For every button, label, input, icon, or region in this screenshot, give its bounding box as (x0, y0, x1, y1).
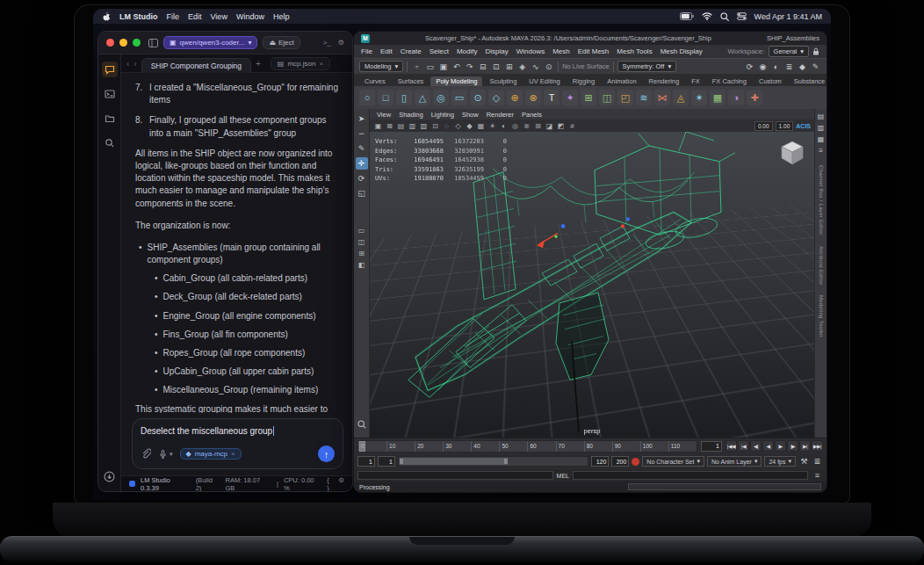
move-tool[interactable]: ✛ (356, 157, 368, 170)
mel-toggle[interactable]: MEL (557, 473, 569, 479)
live-surface-status[interactable]: No Live Surface (562, 62, 609, 70)
animation-preferences-icon[interactable]: ≣ (812, 456, 823, 467)
target-weld-icon[interactable]: ✶ (691, 90, 707, 105)
type-tool-icon[interactable]: T (544, 90, 559, 105)
current-frame-field[interactable]: 1 (701, 441, 722, 452)
timeline-tick[interactable]: 80 (584, 441, 612, 452)
nav-back-icon[interactable]: ‹ (126, 59, 129, 69)
smooth-icon[interactable]: ✚ (747, 90, 762, 105)
maya-menu-item[interactable]: Mesh (552, 47, 570, 55)
mcp-plugin-chip[interactable]: ◆ maya-mcp × (180, 448, 242, 460)
nav-forward-icon[interactable]: › (134, 59, 136, 69)
select-tool[interactable]: ➤ (356, 112, 368, 125)
menubar-menu-item[interactable]: View (211, 12, 227, 21)
settings-icon[interactable]: ⚙ (338, 476, 344, 492)
poly-sphere-icon[interactable]: ○ (359, 90, 375, 105)
ambient-occlusion-icon[interactable]: ◎ (510, 122, 520, 130)
panel-menu-item[interactable]: Panels (522, 111, 542, 119)
character-set-selector[interactable]: No Character Set ▾ (642, 456, 704, 467)
shelf-tab[interactable]: Surfaces (393, 76, 430, 86)
platonic-solid-icon[interactable]: ◇ (488, 90, 504, 105)
shelf-tab[interactable]: UV Editing (523, 76, 565, 86)
shadows-icon[interactable]: ◐ (499, 122, 509, 130)
mirror-icon[interactable]: ◑ (728, 90, 744, 105)
undo-icon[interactable]: ↶ (451, 61, 462, 72)
move-manipulator[interactable] (537, 224, 565, 248)
open-scene-icon[interactable]: ▭ (424, 61, 436, 72)
chat-composer[interactable]: Deselect the miscellaneous group ▾ (132, 418, 343, 469)
timeline-tick[interactable]: 50 (499, 441, 527, 452)
anim-layer-selector[interactable]: No Anim Layer ▾ (707, 456, 762, 467)
snap-to-curve-icon[interactable]: ∿ (530, 61, 541, 72)
bridge-icon[interactable]: ⋈ (654, 90, 670, 105)
layout-single-pane-button[interactable]: ▭ (356, 226, 367, 235)
shelf-tab[interactable]: Rendering (644, 76, 685, 86)
panel-menu-item[interactable]: View (377, 111, 391, 119)
tab-mcp-json[interactable]: ▤ mcp.json × (271, 57, 330, 70)
timeline-tick[interactable]: 10 (386, 441, 415, 452)
shelf-tab[interactable]: Substance (789, 76, 827, 86)
maya-menu-item[interactable]: Create (401, 47, 422, 55)
lasso-tool[interactable]: ∽ (356, 127, 368, 140)
shaded-icon[interactable]: ◆ (465, 122, 474, 130)
select-by-object-icon[interactable]: ⊡ (490, 61, 502, 72)
workspace-selector[interactable]: General ▾ (769, 46, 809, 57)
preferences-icon[interactable]: ⚒ (798, 456, 810, 467)
shelf-tab[interactable]: Sculpting (484, 76, 522, 86)
paint-select-tool[interactable]: ✎ (356, 142, 368, 155)
zoom-tool-icon[interactable] (357, 420, 366, 429)
gamma-field[interactable]: 1.00 (776, 121, 794, 131)
sidebar-item-chat[interactable] (102, 62, 118, 77)
textured-icon[interactable]: ▦ (476, 122, 486, 130)
timeline-tick[interactable]: 110 (668, 441, 697, 452)
camera-attributes-icon[interactable]: ▤ (396, 122, 406, 130)
symmetry-selector[interactable]: Symmetry: Off ▾ (617, 61, 677, 72)
apple-menu-icon[interactable] (102, 11, 111, 22)
attribute-editor-icon[interactable]: ▦ (818, 135, 825, 143)
new-scene-icon[interactable]: ▫ (411, 61, 422, 72)
attach-file-icon[interactable] (141, 448, 151, 460)
menubar-menu-item[interactable]: Help (273, 12, 290, 21)
combine-icon[interactable]: ⊞ (581, 90, 596, 105)
channel-box-icon[interactable]: ▤ (818, 112, 825, 120)
select-by-component-icon[interactable]: ⊞ (503, 61, 515, 72)
panel-menu-item[interactable]: Show (462, 111, 479, 119)
wireframe-icon[interactable]: ◇ (453, 122, 463, 130)
poly-cube-icon[interactable]: □ (378, 90, 393, 105)
scale-tool[interactable]: ◱ (356, 187, 368, 199)
shelf-tab-poly-modeling[interactable]: Poly Modeling (430, 76, 482, 86)
layout-persp-outliner-button[interactable]: ◧ (356, 260, 367, 269)
downloads-icon[interactable] (102, 468, 118, 484)
menubar-menu-item[interactable]: File (167, 12, 180, 21)
timeline-tick[interactable]: 60 (527, 441, 555, 452)
spotlight-search-icon[interactable] (720, 12, 729, 21)
paint-effects-icon[interactable]: ✎ (810, 61, 821, 72)
poly-disc-icon[interactable]: ⊙ (470, 90, 486, 105)
code-braces-icon[interactable]: { } (327, 476, 333, 492)
control-center-icon[interactable] (737, 12, 747, 20)
play-forward-button[interactable]: ▶ (775, 440, 786, 452)
maya-menu-item[interactable]: Modify (457, 47, 478, 55)
anti-aliasing-icon[interactable]: ⊞ (533, 122, 543, 130)
lock-workspace-icon[interactable] (812, 47, 819, 55)
remove-plugin-icon[interactable]: × (231, 450, 235, 458)
lock-camera-icon[interactable]: ⊠ (385, 122, 394, 130)
timeline-tick[interactable]: 90 (612, 441, 640, 452)
bevel-icon[interactable]: ≋ (636, 90, 652, 105)
exposure-field[interactable]: 0.00 (754, 121, 773, 131)
maya-menu-item[interactable]: Edit Mesh (578, 47, 610, 55)
xray-icon[interactable]: ◪ (545, 122, 554, 130)
panel-menu-item[interactable]: Lighting (431, 111, 454, 119)
sidebar-item-developer[interactable] (102, 86, 118, 102)
bookmarks-icon[interactable]: ▥ (408, 122, 417, 130)
range-start-handle[interactable] (400, 459, 403, 464)
battery-icon[interactable] (680, 12, 694, 20)
fps-selector[interactable]: 24 fps ▾ (764, 456, 796, 467)
snap-to-grid-icon[interactable]: ◈ (516, 61, 528, 72)
sidebar-item-my-models[interactable] (102, 111, 118, 127)
poly-torus-icon[interactable]: ◎ (433, 90, 449, 105)
hypershade-icon[interactable]: ◆ (797, 61, 808, 72)
sweep-mesh-icon[interactable]: ✦ (562, 90, 578, 105)
oversampling-icon[interactable]: ◌ (442, 122, 451, 130)
shelf-tab[interactable]: FX (686, 76, 705, 86)
